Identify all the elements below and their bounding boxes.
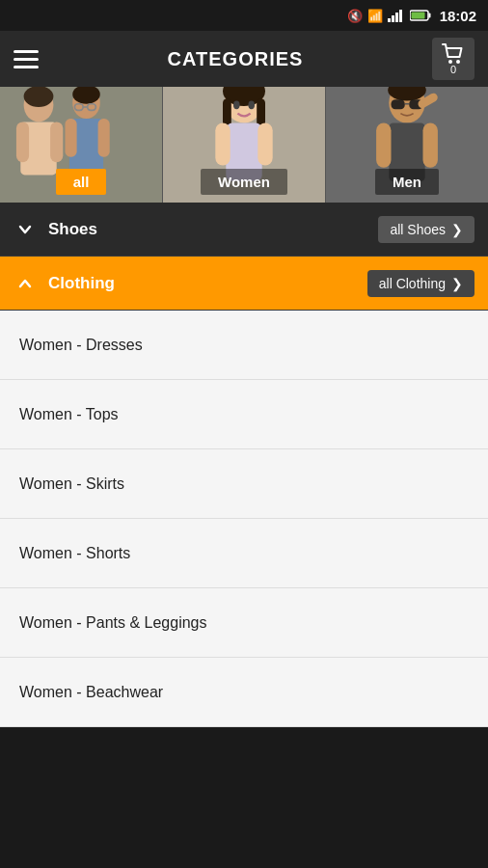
list-item[interactable]: Women - Tops [0,380,488,449]
status-icons: 🔇 📶 18:02 [347,8,476,24]
svg-point-31 [233,100,240,109]
item-dresses-text: Women - Dresses [19,337,143,354]
cart-button[interactable]: 0 [432,38,474,80]
shoes-arrow-icon: ❯ [451,222,463,237]
clothing-chevron-icon [14,272,37,295]
svg-rect-30 [258,123,272,166]
category-images-row: all Women [0,87,488,203]
item-skirts-text: Women - Skirts [19,475,124,493]
shoes-chevron-icon [14,218,37,241]
category-women[interactable]: Women [163,87,326,203]
silent-icon: 🔇 [347,9,363,23]
svg-rect-16 [66,119,77,157]
category-men[interactable]: Men [326,87,488,203]
svg-point-32 [248,100,255,109]
shoes-label: Shoes [48,220,97,239]
shoes-section-left: Shoes [14,218,97,241]
page-title: CATEGORIES [168,48,304,70]
cart-count: 0 [450,65,456,75]
svg-rect-1 [392,15,394,22]
svg-rect-12 [16,122,29,162]
list-item[interactable]: Women - Skirts [0,449,488,519]
status-bar: 🔇 📶 18:02 [0,0,488,31]
svg-point-18 [24,87,54,107]
shoes-section-row[interactable]: Shoes all Shoes ❯ [0,203,488,257]
svg-rect-42 [423,123,438,168]
category-all[interactable]: all [0,87,163,203]
svg-rect-3 [399,10,402,22]
item-beachwear-text: Women - Beachwear [19,684,163,701]
svg-point-7 [448,60,452,64]
svg-rect-13 [50,122,63,162]
clothing-label: Clothing [48,274,115,293]
svg-rect-41 [376,123,391,168]
clothing-section-row[interactable]: Clothing all Clothing ❯ [0,257,488,311]
item-shorts-text: Women - Shorts [19,545,130,562]
shoes-all-button[interactable]: all Shoes ❯ [378,216,474,243]
svg-rect-36 [392,99,405,109]
list-item[interactable]: Women - Dresses [0,311,488,380]
svg-rect-29 [215,123,230,166]
clothing-all-text: all Clothing [379,276,446,291]
cart-icon [442,43,465,65]
item-pants-text: Women - Pants & Leggings [19,614,206,632]
list-item[interactable]: Women - Shorts [0,519,488,588]
clothing-arrow-icon: ❯ [451,276,463,291]
svg-rect-6 [411,13,424,19]
shoes-all-text: all Shoes [390,222,446,237]
list-item[interactable]: Women - Beachwear [0,658,488,727]
svg-rect-17 [98,119,110,157]
signal-icon [388,9,405,22]
app-header: CATEGORIES 0 [0,31,488,87]
item-tops-text: Women - Tops [19,406,119,423]
svg-point-8 [456,60,460,64]
menu-button[interactable] [14,50,39,68]
wifi-icon: 📶 [367,9,383,23]
battery-icon [410,10,431,21]
status-time: 18:02 [440,8,476,24]
women-label: Women [201,169,287,195]
clothing-section-left: Clothing [14,272,115,295]
clothing-all-button[interactable]: all Clothing ❯ [367,270,474,297]
men-label: Men [375,169,439,195]
svg-rect-0 [388,18,391,22]
all-label: all [56,169,107,195]
svg-rect-5 [428,14,430,18]
clothing-list: Women - Dresses Women - Tops Women - Ski… [0,311,488,727]
svg-rect-2 [395,13,398,22]
list-item[interactable]: Women - Pants & Leggings [0,588,488,658]
